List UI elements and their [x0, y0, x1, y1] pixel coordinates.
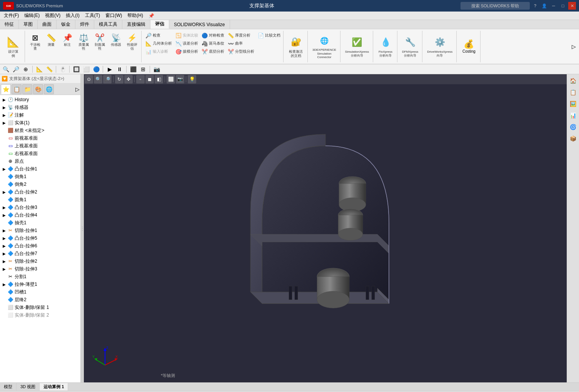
tree-item-boss-extrude7[interactable]: ▶ 🔷 凸台-拉伸7 — [0, 250, 80, 257]
menu-view[interactable]: 视图(V) — [43, 12, 63, 20]
symmetry-check-button[interactable]: 🔵 对称检查 — [200, 32, 225, 39]
curvature-button[interactable]: 〰️ 曲率 — [226, 40, 255, 47]
tab-sheet-metal[interactable]: 钣金 — [57, 20, 75, 29]
restore-button[interactable]: □ — [559, 2, 567, 10]
tree-item-boss-extrude6[interactable]: ▶ 🔷 凸台-拉伸6 — [0, 242, 80, 250]
3dexperience-button[interactable]: 🌐 3DEXPERIENCESimulationConnector — [310, 32, 339, 61]
tree-item-cut-extrude2[interactable]: ▶ ✂ 切除-拉伸2 — [0, 257, 80, 265]
rp-box-btn[interactable]: 📦 — [568, 133, 578, 143]
menu-tools[interactable]: 工具(T) — [83, 12, 102, 20]
mass-props-button[interactable]: ⚖️ 质量属性 — [76, 32, 91, 52]
filter-icon[interactable]: 🔽 — [2, 76, 8, 82]
menu-pin[interactable]: 📌 — [146, 12, 157, 19]
tree-item-delete-body1[interactable]: ⬜ 实体-删除/保留 1 — [0, 304, 80, 311]
lp-tab-feature[interactable]: ⭐ — [1, 84, 11, 94]
tree-item-cut-extrude1[interactable]: ▶ ✂ 切除-拉伸1 — [0, 227, 80, 234]
undercut-button[interactable]: ✂️ 底切分析 — [200, 48, 225, 55]
tree-expand-solid[interactable]: ▶ — [2, 121, 7, 125]
measure-button[interactable]: 📏 测量 — [43, 32, 59, 48]
draft-analysis-button[interactable]: 🎯 拔模分析 — [174, 48, 199, 55]
tab-sketch[interactable]: 草图 — [19, 20, 38, 29]
menu-window[interactable]: 窗口(W) — [103, 12, 124, 20]
flowxpress-button[interactable]: 💧 FloXpress分析向导 — [375, 32, 395, 61]
tab-weldment[interactable]: 焊件 — [75, 20, 94, 29]
menu-insert[interactable]: 插入(I) — [63, 12, 82, 20]
minimize-button[interactable]: ─ — [550, 2, 557, 10]
tab-feature[interactable]: 特征 — [0, 20, 19, 29]
tree-item-origin[interactable]: ⊕ 原点 — [0, 157, 80, 165]
user-icon[interactable]: 👤 — [541, 2, 548, 10]
tb2-btn-3[interactable]: ⊕ — [22, 65, 30, 73]
tree-expand-boss3[interactable]: ▶ — [2, 205, 7, 210]
tb2-btn-1[interactable]: 🔍 — [2, 65, 10, 73]
lp-expand-icon[interactable]: ▷ — [75, 86, 80, 92]
annotation-button[interactable]: 📌 标注 — [60, 32, 75, 48]
tree-item-annotation[interactable]: ▶ 📝 注解 — [0, 111, 80, 119]
tb2-btn-6[interactable]: 🖱️ — [58, 65, 67, 73]
rp-rotate-btn[interactable]: 🌀 — [568, 122, 578, 132]
performance-button[interactable]: ⚡ 性能评估 — [124, 32, 140, 52]
tree-expand-boss2[interactable]: ▶ — [2, 190, 7, 194]
tb2-btn-14[interactable]: 📷 — [152, 65, 161, 73]
tree-item-sensor[interactable]: ▶ 📡 传感器 — [0, 103, 80, 111]
tree-item-cut-extrude3[interactable]: ▶ ✂ 切除-拉伸3 — [0, 265, 80, 273]
check-active-doc-button[interactable]: 🔐 检查激活的文档 — [286, 32, 306, 61]
vp-zoom-out[interactable]: 🔎 — [103, 75, 112, 83]
tree-item-solid[interactable]: ▶ ⬜ 实体(1) — [0, 119, 80, 127]
tree-item-groove1[interactable]: 🔷 凹槽1 — [0, 288, 80, 296]
interference-check-button[interactable]: ⊠ 干涉检查 — [27, 32, 43, 52]
tab-motion[interactable]: 运动算例 1 — [40, 383, 68, 390]
vp-shaded[interactable]: ◼ — [145, 75, 154, 83]
driveworks-button[interactable]: ⚙️ DriveWorksXpress向导 — [425, 32, 455, 61]
lp-tab-property[interactable]: 📋 — [12, 84, 22, 94]
dfmxpress-button[interactable]: 🔧 DFMXpress分析向导 — [400, 32, 420, 61]
tree-expand-thin1[interactable]: ▶ — [2, 282, 7, 287]
design-example-button[interactable]: 📐 设计算例 — [3, 32, 23, 61]
tree-expand-cut1[interactable]: ▶ — [2, 229, 7, 233]
tree-item-right-plane[interactable]: ▭ 右视基准面 — [0, 150, 80, 157]
tab-mold[interactable]: 模具工具 — [94, 20, 122, 29]
tab-model[interactable]: 模型 — [0, 383, 17, 390]
tb2-btn-13[interactable]: ⊞ — [139, 65, 147, 73]
help-icon[interactable]: ? — [531, 2, 539, 10]
tree-expand-annotation[interactable]: ▶ — [2, 113, 7, 117]
tree-item-thin-extrude1[interactable]: ▶ 🔷 拉伸-薄壁1 — [0, 280, 80, 288]
vp-section-view[interactable]: ⬜ — [167, 75, 175, 83]
vp-zoom-in[interactable]: 🔍 — [94, 75, 102, 83]
deviation-analysis-button[interactable]: 📉 误差分析 — [174, 40, 199, 47]
menu-edit[interactable]: 编辑(E) — [22, 12, 42, 20]
tree-item-boss-extrude2[interactable]: ▶ 🔷 凸台-拉伸2 — [0, 188, 80, 196]
tree-expand-cut3[interactable]: ▶ — [2, 267, 7, 271]
vp-lighting[interactable]: 💡 — [188, 75, 196, 83]
tb2-btn-11[interactable]: ⏸ — [115, 65, 124, 73]
ribbon-expand-button[interactable]: ▷ — [570, 42, 577, 51]
tree-item-top-plane[interactable]: ▭ 上视基准面 — [0, 142, 80, 150]
tree-expand-cut2[interactable]: ▶ — [2, 259, 7, 264]
tree-expand-boss1[interactable]: ▶ — [2, 167, 7, 171]
tree-item-shell1[interactable]: 🔷 抽壳1 — [0, 219, 80, 227]
geometry-analysis-button[interactable]: 📐 几何体分析 — [144, 40, 173, 47]
vp-pan[interactable]: ✥ — [124, 75, 133, 83]
menu-help[interactable]: 帮助(H) — [125, 12, 145, 20]
tree-expand-boss4[interactable]: ▶ — [2, 213, 7, 217]
lp-tab-file[interactable]: 📁 — [22, 84, 32, 94]
tree-item-history[interactable]: ▶ 🕐 History — [0, 96, 80, 103]
tab-sw-visualize[interactable]: SOLIDWORKS Visualize — [169, 20, 230, 29]
tb2-btn-12[interactable]: ⬛ — [129, 65, 137, 73]
tab-3d-view[interactable]: 3D 视图 — [17, 383, 40, 390]
search-box[interactable]: 搜索 SOLIDWORKS 帮助 — [461, 2, 530, 10]
tree-item-chamfer2[interactable]: 🔷 倒角2 — [0, 180, 80, 188]
lp-tab-mbd[interactable]: 🌐 — [44, 84, 54, 94]
sensor-button[interactable]: 📡 传感器 — [108, 32, 123, 48]
tree-expand-sensor[interactable]: ▶ — [2, 105, 7, 110]
rp-home-btn[interactable]: 🏠 — [568, 76, 578, 86]
viewport[interactable]: ⊙ 🔍 🔎 ↻ ✥ ▫ ◼ ◧ ⬜ 📷 💡 — [84, 74, 567, 382]
tb2-btn-7[interactable]: 🔲 — [72, 65, 80, 73]
lp-tab-appearance[interactable]: 🎨 — [33, 84, 43, 94]
simxpress-button[interactable]: ✅ SimulationXpress分析向导 — [343, 32, 371, 61]
tab-direct-edit[interactable]: 直接编辑 — [122, 20, 150, 29]
tree-expand-boss6[interactable]: ▶ — [2, 244, 7, 248]
parting-line-button[interactable]: ✂️ 分型线分析 — [226, 48, 255, 55]
rp-property-btn[interactable]: 📋 — [568, 87, 578, 97]
vp-zoom-to-fit[interactable]: ⊙ — [85, 75, 93, 83]
